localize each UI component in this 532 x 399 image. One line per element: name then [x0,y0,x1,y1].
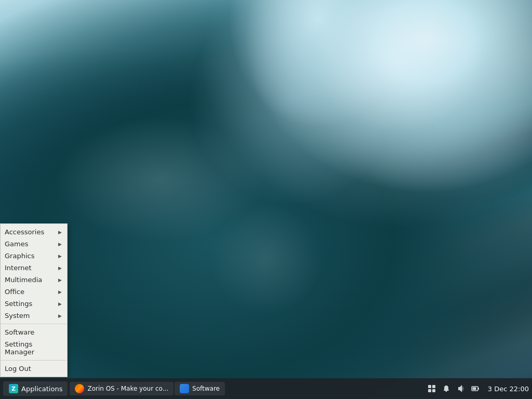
svg-rect-6 [472,388,476,390]
menu-item-system[interactable]: System ▶ [1,310,67,322]
menu-item-settings[interactable]: Settings ▶ [1,298,67,310]
menu-item-logout[interactable]: Log Out [1,363,67,375]
taskbar-apps: Zorin OS - Make your co... Software [70,382,426,395]
taskbar-software-btn[interactable]: Software [175,382,225,395]
submenu-arrow-internet: ▶ [58,265,62,271]
svg-rect-0 [428,385,431,388]
volume-tray-icon[interactable] [456,383,466,394]
firefox-icon [75,384,84,393]
submenu-arrow-settings: ▶ [58,301,62,307]
svg-rect-3 [432,389,435,392]
menu-item-internet[interactable]: Internet ▶ [1,262,67,274]
system-clock[interactable]: 3 Dec 22:00 [485,385,529,393]
menu-item-software[interactable]: Software [1,326,67,338]
taskbar: Z Applications Zorin OS - Make your co..… [0,378,532,399]
submenu-arrow-office: ▶ [58,289,62,295]
submenu-arrow-games: ▶ [58,242,62,247]
applications-label: Applications [21,385,62,393]
taskbar-firefox-btn[interactable]: Zorin OS - Make your co... [70,382,174,395]
taskbar-left: Z Applications [3,381,68,396]
svg-rect-5 [478,388,479,390]
menu-item-settings-manager[interactable]: Settings Manager [1,338,67,358]
firefox-label: Zorin OS - Make your co... [87,385,168,392]
submenu-arrow-multimedia: ▶ [58,277,62,283]
multitask-tray-icon[interactable] [427,383,437,394]
battery-tray-icon[interactable] [470,383,481,394]
menu-item-office[interactable]: Office ▶ [1,286,67,298]
menu-item-accessories[interactable]: Accessories ▶ [1,226,67,238]
submenu-arrow-system: ▶ [58,313,62,318]
svg-rect-1 [432,385,435,388]
menu-separator-2 [1,360,67,361]
menu-item-games[interactable]: Games ▶ [1,238,67,250]
applications-menu: Accessories ▶ Games ▶ Graphics ▶ Interne… [0,223,68,377]
menu-item-graphics[interactable]: Graphics ▶ [1,250,67,262]
wallpaper [0,0,532,399]
taskbar-right: 3 Dec 22:00 [427,383,529,394]
svg-rect-2 [428,389,431,392]
software-label: Software [192,385,220,392]
menu-item-multimedia[interactable]: Multimedia ▶ [1,274,67,286]
software-center-icon [180,384,189,393]
notification-tray-icon[interactable] [441,383,451,394]
zorin-icon: Z [8,383,19,394]
applications-button[interactable]: Z Applications [3,381,68,396]
menu-separator-1 [1,324,67,324]
zorin-logo: Z [9,384,18,393]
desktop: Accessories ▶ Games ▶ Graphics ▶ Interne… [0,0,532,399]
submenu-arrow-accessories: ▶ [58,230,62,235]
submenu-arrow-graphics: ▶ [58,254,62,259]
